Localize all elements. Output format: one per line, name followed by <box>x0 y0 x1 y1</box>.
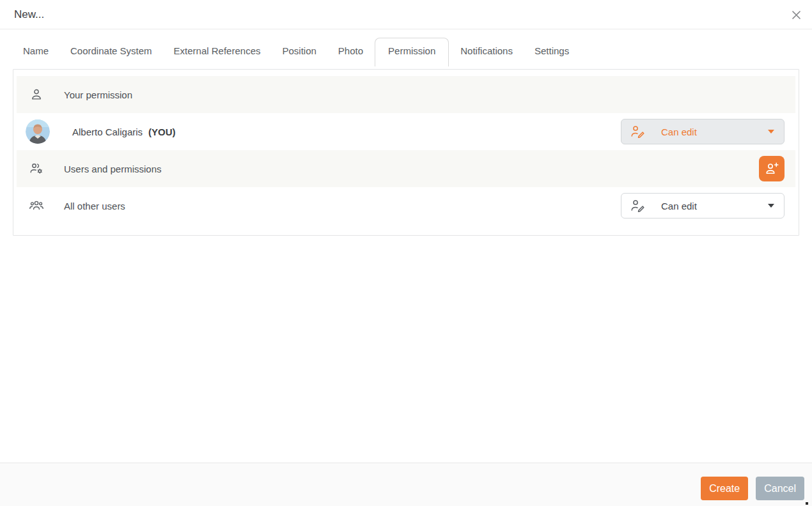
all-other-users-label: All other users <box>64 201 125 211</box>
permission-value: Can edit <box>661 201 697 211</box>
tab-photo[interactable]: Photo <box>327 45 374 66</box>
tab-settings[interactable]: Settings <box>524 45 580 66</box>
tab-bar: Name Coordinate System External Referenc… <box>0 29 812 66</box>
you-tag: (YOU) <box>148 126 176 137</box>
screen-artifact-dot <box>806 502 808 505</box>
your-permission-header-row: Your permission <box>17 76 795 113</box>
user-edit-icon <box>630 198 645 213</box>
close-button[interactable] <box>789 8 803 22</box>
user-edit-icon <box>630 124 645 139</box>
cancel-button[interactable]: Cancel <box>756 477 804 500</box>
users-group-icon <box>28 197 45 214</box>
chevron-down-icon <box>768 130 774 134</box>
users-permissions-label: Users and permissions <box>64 164 162 174</box>
user-name: Alberto Caligaris <box>72 126 143 137</box>
tab-permission[interactable]: Permission <box>375 38 449 66</box>
add-user-icon <box>764 161 779 176</box>
tab-external-references[interactable]: External References <box>163 45 272 66</box>
person-icon <box>28 86 45 103</box>
tab-name[interactable]: Name <box>12 45 59 66</box>
users-permissions-header-row: Users and permissions <box>17 150 795 187</box>
all-other-users-permission-dropdown[interactable]: Can edit <box>621 193 785 218</box>
permission-value: Can edit <box>661 126 697 137</box>
all-other-users-row: All other users Can edit <box>17 187 795 224</box>
tab-notifications[interactable]: Notifications <box>449 45 524 66</box>
avatar <box>26 119 50 144</box>
dialog-title: New... <box>14 8 44 21</box>
chevron-down-icon <box>768 204 774 208</box>
your-user-row: Alberto Caligaris (YOU) Can edit <box>17 113 795 150</box>
add-user-button[interactable] <box>759 156 785 181</box>
dialog-footer: Create Cancel <box>0 463 812 506</box>
tab-position[interactable]: Position <box>271 45 327 66</box>
dialog-titlebar: New... <box>0 0 812 29</box>
tab-coordinate-system[interactable]: Coordinate System <box>59 45 163 66</box>
your-permission-label: Your permission <box>64 89 132 100</box>
permission-panel: Your permission Alberto Caligaris (YOU) <box>13 69 799 236</box>
close-icon <box>792 10 801 20</box>
your-permission-dropdown[interactable]: Can edit <box>621 119 785 144</box>
users-gear-icon <box>28 160 45 177</box>
create-button[interactable]: Create <box>701 477 748 500</box>
